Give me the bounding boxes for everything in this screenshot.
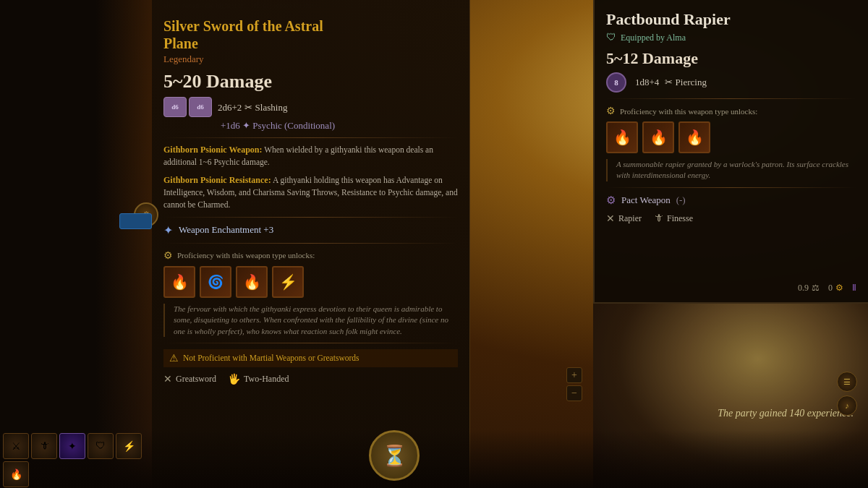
enchant-icon: ✦ xyxy=(163,223,173,237)
action-icon-3[interactable]: ✦ xyxy=(59,433,85,459)
equipped-by-text: Equipped by Alma xyxy=(621,33,686,43)
gold-icon: ⚙ xyxy=(835,283,843,294)
proficiency-icon-left: ⚙ xyxy=(163,249,173,262)
greatsword-icon: ✕ xyxy=(163,373,172,385)
divider-4 xyxy=(163,343,458,343)
pact-weapon-label: Pact Weapon xyxy=(621,194,671,206)
minimap-icon-1[interactable]: ☰ xyxy=(837,372,857,392)
zoom-controls: + − xyxy=(566,367,582,401)
action-icon-4[interactable]: 🛡 xyxy=(88,433,114,459)
hourglass-button[interactable]: ⏳ xyxy=(369,430,420,481)
greatsword-label: Greatsword xyxy=(176,374,216,385)
right-weapon-title: Pactbound Rapier xyxy=(606,10,856,29)
minimap-icons: ☰ ♪ xyxy=(837,372,857,416)
zoom-out-button[interactable]: − xyxy=(566,385,582,401)
weapon-type-row-left: ✕ Greatsword 🖐 Two-Handed xyxy=(163,373,458,385)
dice-row-right: 8 1d8+4 ✂ Piercing xyxy=(606,72,856,93)
divider-right-1 xyxy=(606,98,856,99)
hud-bar: ⚔ 🗡 ✦ 🛡 ⚡ 🔥 ⏳ xyxy=(0,430,868,488)
warning-icon: ⚠ xyxy=(169,352,179,364)
trait2-section: Githborn Psionic Resistance: A githyanki… xyxy=(163,174,458,211)
trait1-section: Githborn Psionic Weapon: When wielded by… xyxy=(163,144,458,168)
ability-icon-1: 🔥 xyxy=(163,266,195,298)
weapon-type-row-right: ✕ Rapier 🗡 Finesse xyxy=(606,213,856,225)
exp-text: The party gained 140 experience. xyxy=(718,408,854,419)
dice-right-label: 1d8+4 xyxy=(635,77,659,88)
pact-weapon-icon: ⚙ xyxy=(606,194,616,207)
ability-icon-right-1: 🔥 xyxy=(606,121,638,153)
dice-slashing-label: 2d6+2 xyxy=(218,102,242,113)
rarity-stat: Ⅱ xyxy=(852,283,856,294)
weight-value: 0.9 xyxy=(798,283,809,294)
rarity-icon: Ⅱ xyxy=(852,283,856,294)
equipped-row: 🛡 Equipped by Alma xyxy=(606,32,856,43)
divider-3 xyxy=(163,243,458,244)
left-weapon-name-line1: Silver Sword of the Astral xyxy=(163,18,323,34)
rapier-icon: ✕ xyxy=(606,213,615,225)
equipped-icon: 🛡 xyxy=(606,32,616,43)
minimap-icon-2[interactable]: ♪ xyxy=(837,395,857,416)
slashing-text: 2d6+2 ✂ Slashing xyxy=(218,100,287,114)
proficiency-text-right: Proficiency with this weapon type unlock… xyxy=(620,107,757,116)
left-weapon-damage: 5~20 Damage xyxy=(163,71,458,93)
right-weapon-panel: Pactbound Rapier 🛡 Equipped by Alma 5~12… xyxy=(593,0,868,304)
zoom-in-button[interactable]: + xyxy=(566,367,582,383)
proficiency-section-right: ⚙ Proficiency with this weapon type unlo… xyxy=(606,105,856,153)
left-weapon-title-line1: Silver Sword of the Astral Plane xyxy=(163,17,458,52)
blue-action-bar[interactable] xyxy=(119,213,152,229)
pact-weapon-row: ⚙ Pact Weapon (-) xyxy=(606,194,856,207)
dice-psychic-label: +1d6 ✦ Psychic (Conditional) xyxy=(221,120,335,132)
left-weapon-rarity: Legendary xyxy=(163,53,458,65)
gold-stat: 0 ⚙ xyxy=(828,283,843,294)
proficiency-icon-right: ⚙ xyxy=(606,105,616,117)
pact-weapon-sub: (-) xyxy=(676,194,686,206)
twohanded-icon: 🖐 xyxy=(228,373,240,385)
left-weapon-panel: Silver Sword of the Astral Plane Legenda… xyxy=(152,0,470,488)
ability-icon-right-2: 🔥 xyxy=(642,121,674,153)
weight-icon: ⚖ xyxy=(812,283,820,294)
twohanded-label: Two-Handed xyxy=(244,374,289,385)
trait1-text: Githborn Psionic Weapon: When wielded by… xyxy=(163,144,458,168)
weapon-type-twohanded: 🖐 Two-Handed xyxy=(228,373,289,385)
gold-value: 0 xyxy=(828,283,833,294)
flavor-text-left: The fervour with which the githyanki exp… xyxy=(163,304,458,337)
finesse-label: Finesse xyxy=(667,213,693,224)
damage-type-right: ✂ Piercing xyxy=(665,77,707,88)
bottom-action-icons: ⚔ 🗡 ✦ 🛡 ⚡ 🔥 xyxy=(0,430,159,488)
divider-2 xyxy=(163,217,458,218)
right-weapon-damage: 5~12 Damage xyxy=(606,49,856,68)
exp-notification: The party gained 140 experience. xyxy=(718,408,854,419)
action-icon-2[interactable]: 🗡 xyxy=(31,433,57,459)
ability-icon-3: 🔥 xyxy=(236,266,268,298)
trait2-title: Githborn Psionic Resistance: xyxy=(163,175,271,185)
proficiency-label-right: ⚙ Proficiency with this weapon type unlo… xyxy=(606,105,856,117)
action-icon-5[interactable]: ⚡ xyxy=(116,433,142,459)
dice-icon-1: d6 xyxy=(163,97,187,117)
ability-icon-2: 🌀 xyxy=(200,266,231,298)
dice-row-slashing: d6 d6 2d6+2 ✂ Slashing xyxy=(163,97,458,117)
enchant-row: ✦ Weapon Enchantment +3 xyxy=(163,223,458,237)
warning-text: Not Proficient with Martial Weapons or G… xyxy=(183,354,359,362)
left-sidebar-bg xyxy=(0,0,159,488)
action-icon-6[interactable]: 🔥 xyxy=(3,461,29,487)
trait1-title: Githborn Psionic Weapon: xyxy=(163,145,262,155)
proficiency-section-left: ⚙ Proficiency with this weapon type unlo… xyxy=(163,249,458,298)
rapier-label: Rapier xyxy=(618,213,642,224)
enchant-label: Weapon Enchantment +3 xyxy=(179,224,273,236)
proficiency-label-left: ⚙ Proficiency with this weapon type unlo… xyxy=(163,249,458,262)
finesse-icon: 🗡 xyxy=(653,213,663,224)
ability-icons-left: 🔥 🌀 🔥 ⚡ xyxy=(163,266,458,298)
warning-row: ⚠ Not Proficient with Martial Weapons or… xyxy=(163,349,458,367)
proficiency-text-left: Proficiency with this weapon type unlock… xyxy=(177,251,315,260)
flavor-text-right: A summonable rapier granted by a warlock… xyxy=(606,159,856,181)
dice-icon-2: d6 xyxy=(189,97,212,117)
weapon-type-rapier: ✕ Rapier xyxy=(606,213,642,225)
weapon-type-finesse: 🗡 Finesse xyxy=(653,213,693,224)
action-icon-1[interactable]: ⚔ xyxy=(3,433,29,459)
dice-row-psychic: +1d6 ✦ Psychic (Conditional) xyxy=(163,120,458,132)
trait2-text: Githborn Psionic Resistance: A githyanki… xyxy=(163,174,458,211)
ability-icons-right: 🔥 🔥 🔥 xyxy=(606,121,856,153)
weight-stat: 0.9 ⚖ xyxy=(798,283,820,294)
slashing-type: ✂ Slashing xyxy=(244,102,287,113)
dice-icon-right: 8 xyxy=(606,72,626,93)
